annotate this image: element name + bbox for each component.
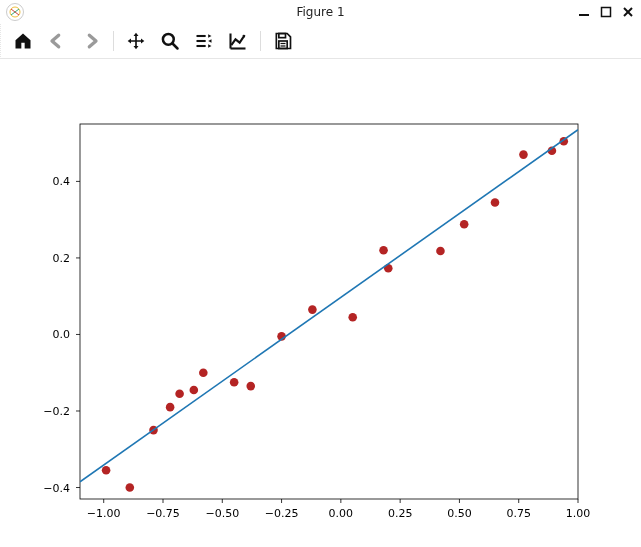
scatter-point <box>519 150 528 159</box>
svg-line-6 <box>173 44 178 49</box>
svg-rect-15 <box>279 41 287 49</box>
window-controls <box>577 5 635 19</box>
titlebar: Figure 1 <box>0 0 641 24</box>
scatter-point <box>436 247 445 256</box>
x-tick-label: −0.25 <box>265 507 299 520</box>
svg-rect-18 <box>80 124 578 499</box>
subplots-icon[interactable] <box>192 29 216 53</box>
x-tick-label: 0.25 <box>388 507 413 520</box>
svg-rect-14 <box>279 34 286 38</box>
axes-edit-icon[interactable] <box>226 29 250 53</box>
x-tick-label: 1.00 <box>566 507 591 520</box>
y-tick-label: 0.2 <box>53 252 71 265</box>
x-tick-label: 0.50 <box>447 507 472 520</box>
y-tick-label: −0.4 <box>43 482 70 495</box>
home-icon[interactable] <box>11 29 35 53</box>
close-button[interactable] <box>621 5 635 19</box>
scatter-point <box>348 313 357 322</box>
svg-marker-11 <box>208 39 211 42</box>
maximize-button[interactable] <box>599 5 613 19</box>
scatter-point <box>379 246 388 255</box>
plot-area: −1.00−0.75−0.50−0.250.000.250.500.751.00… <box>0 59 641 547</box>
minimize-button[interactable] <box>577 5 591 19</box>
zoom-icon[interactable] <box>158 29 182 53</box>
scatter-point <box>308 305 317 314</box>
y-tick-label: 0.4 <box>53 175 71 188</box>
scatter-point <box>491 198 500 207</box>
x-tick-label: −0.75 <box>146 507 180 520</box>
toolbar <box>0 24 641 59</box>
toolbar-separator <box>113 31 114 51</box>
pan-icon[interactable] <box>124 29 148 53</box>
back-icon[interactable] <box>45 29 69 53</box>
x-tick-label: 0.00 <box>329 507 354 520</box>
chart[interactable]: −1.00−0.75−0.50−0.250.000.250.500.751.00… <box>0 59 641 547</box>
x-tick-label: 0.75 <box>506 507 531 520</box>
forward-icon[interactable] <box>79 29 103 53</box>
scatter-point <box>175 389 184 398</box>
window-title: Figure 1 <box>0 5 641 19</box>
save-icon[interactable] <box>271 29 295 53</box>
scatter-point <box>230 378 239 387</box>
svg-marker-12 <box>208 44 211 47</box>
app-icon <box>6 3 24 21</box>
y-tick-label: −0.2 <box>43 405 70 418</box>
scatter-point <box>190 386 199 395</box>
scatter-point <box>102 466 111 475</box>
scatter-point <box>246 382 255 391</box>
y-tick-label: 0.0 <box>53 328 71 341</box>
scatter-point <box>166 403 175 412</box>
scatter-point <box>199 368 208 377</box>
x-tick-label: −1.00 <box>87 507 121 520</box>
svg-rect-2 <box>602 8 611 17</box>
x-tick-label: −0.50 <box>205 507 239 520</box>
toolbar-separator <box>260 31 261 51</box>
scatter-point <box>126 483 135 492</box>
svg-marker-10 <box>208 34 211 37</box>
scatter-point <box>460 220 469 229</box>
fit-line <box>80 130 578 482</box>
